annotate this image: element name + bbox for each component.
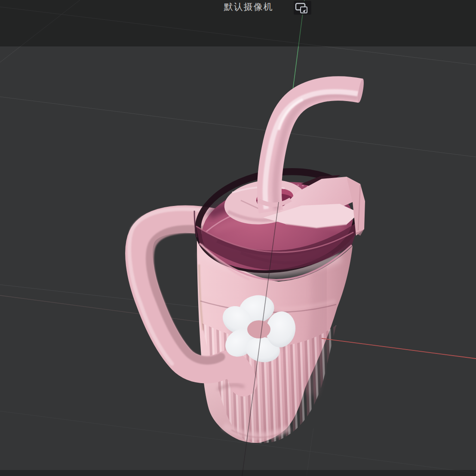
flower-center xyxy=(247,320,270,338)
camera-frame-overlay-bottom xyxy=(0,470,476,476)
viewport-canvas[interactable]: 默认摄像机 xyxy=(0,0,476,476)
camera-label[interactable]: 默认摄像机 xyxy=(224,2,273,12)
3d-viewport[interactable]: 默认摄像机 xyxy=(0,0,476,476)
camera-icon[interactable] xyxy=(294,1,311,15)
